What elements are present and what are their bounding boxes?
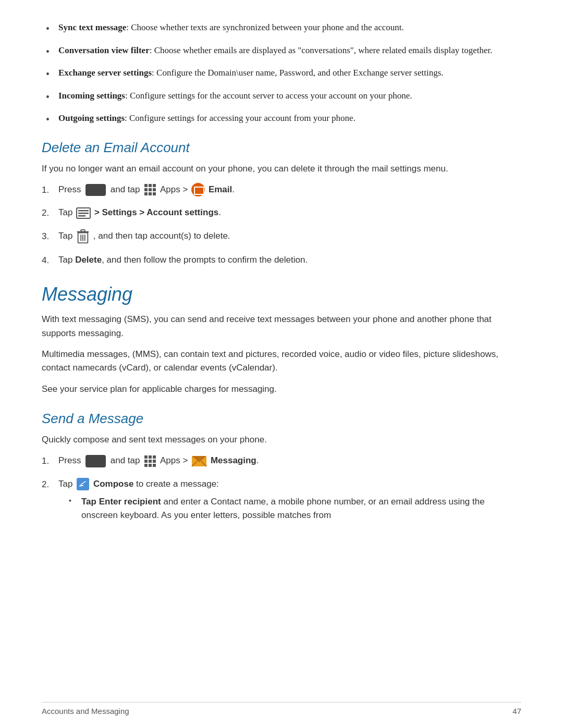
apps-label-2: Apps > bbox=[160, 455, 188, 465]
delete-step-4-content: Tap Delete, and then follow the prompts … bbox=[58, 253, 521, 267]
bullet-item-2: Conversation view filter: Choose whether… bbox=[42, 44, 521, 57]
delete-step-1: 1. Press and tap Apps > bbox=[42, 183, 521, 197]
send-step-2-num: 2. bbox=[42, 477, 58, 491]
delete-step-1-num: 1. bbox=[42, 183, 58, 197]
delete-step-1-content: Press and tap Apps > bbox=[58, 183, 521, 197]
delete-step-4-num: 4. bbox=[42, 253, 58, 267]
svg-rect-24 bbox=[153, 460, 156, 463]
apps-grid-icon-2 bbox=[143, 454, 157, 468]
home-button-icon-1 bbox=[85, 184, 106, 196]
menu-icon bbox=[76, 207, 91, 219]
send-steps-list: 1. Press and tap Apps > bbox=[42, 454, 521, 527]
delete-step-3-num: 3. bbox=[42, 229, 58, 243]
home-button-icon-2 bbox=[85, 455, 106, 467]
delete-section-heading: Delete an Email Account bbox=[42, 140, 521, 156]
compose-svg bbox=[76, 477, 90, 491]
svg-rect-2 bbox=[153, 184, 156, 187]
footer-right: 47 bbox=[512, 707, 521, 715]
bullet-desc-2: : Choose whether emails are displayed as… bbox=[150, 45, 493, 55]
delete-step-2-num: 2. bbox=[42, 206, 58, 220]
delete-step-3-content: Tap , and then tap account(s) to delete. bbox=[58, 229, 521, 244]
messaging-heading: Messaging bbox=[42, 283, 521, 305]
menu-svg bbox=[76, 207, 91, 219]
apps-svg-1 bbox=[143, 183, 157, 196]
send-step-1-content: Press and tap Apps > bbox=[58, 454, 521, 468]
bullet-item-3: Exchange server settings: Configure the … bbox=[42, 66, 521, 80]
messaging-para3: See your service plan for applicable cha… bbox=[42, 382, 521, 396]
svg-rect-11 bbox=[78, 213, 89, 214]
svg-rect-4 bbox=[149, 188, 152, 191]
email-label: Email bbox=[209, 184, 232, 194]
apps-svg-2 bbox=[143, 454, 157, 468]
svg-rect-20 bbox=[149, 455, 152, 459]
svg-rect-15 bbox=[81, 230, 84, 232]
svg-rect-25 bbox=[144, 464, 148, 467]
bullet-desc-1: : Choose whether texts are synchronized … bbox=[126, 22, 404, 32]
bullet-item-4: Incoming settings: Configure settings fo… bbox=[42, 89, 521, 103]
svg-rect-32 bbox=[77, 478, 89, 490]
svg-rect-6 bbox=[144, 192, 148, 195]
msg-svg bbox=[191, 454, 207, 468]
trash-svg bbox=[76, 229, 90, 244]
email-app-icon bbox=[191, 183, 205, 196]
svg-rect-10 bbox=[78, 210, 89, 212]
bullet-desc-3: : Configure the Domain\user name, Passwo… bbox=[152, 68, 443, 78]
page-footer: Accounts and Messaging 47 bbox=[42, 702, 521, 715]
bullet-term-4: Incoming settings bbox=[58, 91, 125, 101]
sub-bullet-1: Tap Enter recipient and enter a Contact … bbox=[69, 495, 521, 522]
bullet-item-1: Sync text message: Choose whether texts … bbox=[42, 21, 521, 34]
messaging-label: Messaging bbox=[211, 455, 256, 465]
delete-step-2-bold: > Settings > Account settings bbox=[94, 207, 218, 217]
delete-step-2: 2. Tap > Settings > Account settings. bbox=[42, 206, 521, 220]
send-step-1-num: 1. bbox=[42, 454, 58, 468]
send-sub-bullets: Tap Enter recipient and enter a Contact … bbox=[69, 495, 521, 522]
send-step-2-after: to create a message: bbox=[136, 479, 219, 489]
send-message-intro: Quickly compose and sent text messages o… bbox=[42, 433, 521, 447]
svg-rect-22 bbox=[144, 460, 148, 463]
sub-bullet-1-bold: Tap Enter recipient bbox=[81, 497, 161, 507]
send-message-heading: Send a Message bbox=[42, 411, 521, 427]
delete-section-intro: If you no longer want an email account o… bbox=[42, 162, 521, 176]
send-step-1: 1. Press and tap Apps > bbox=[42, 454, 521, 468]
messaging-para1: With text messaging (SMS), you can send … bbox=[42, 313, 521, 340]
delete-steps-list: 1. Press and tap Apps > bbox=[42, 183, 521, 267]
send-step-2: 2. Tap Compose to create a message: Tap … bbox=[42, 477, 521, 527]
svg-rect-7 bbox=[149, 192, 152, 195]
delete-step-3: 3. Tap , and then tap account(s) to dele… bbox=[42, 229, 521, 244]
svg-rect-23 bbox=[149, 460, 152, 463]
apps-label-1: Apps > bbox=[160, 184, 188, 194]
svg-rect-3 bbox=[144, 188, 148, 191]
delete-step-4: 4. Tap Delete, and then follow the promp… bbox=[42, 253, 521, 267]
send-step-2-content: Tap Compose to create a message: Tap Ent… bbox=[58, 477, 521, 527]
trash-icon bbox=[76, 229, 90, 244]
bullet-item-5: Outgoing settings: Configure settings fo… bbox=[42, 112, 521, 125]
svg-rect-0 bbox=[144, 184, 148, 187]
messaging-para2: Multimedia messages, (MMS), can contain … bbox=[42, 348, 521, 375]
bullet-term-1: Sync text message bbox=[58, 22, 126, 32]
compose-icon bbox=[76, 477, 90, 491]
bullet-term-3: Exchange server settings bbox=[58, 68, 152, 78]
svg-rect-12 bbox=[78, 215, 85, 217]
bullet-desc-4: : Configure settings for the account ser… bbox=[125, 91, 412, 101]
footer-left: Accounts and Messaging bbox=[42, 707, 129, 715]
bullet-term-5: Outgoing settings bbox=[58, 113, 125, 123]
svg-rect-19 bbox=[144, 455, 148, 459]
bullet-desc-5: : Configure settings for accessing your … bbox=[125, 113, 356, 123]
svg-rect-27 bbox=[153, 464, 156, 467]
delete-step-2-content: Tap > Settings > Account settings. bbox=[58, 206, 521, 219]
svg-rect-1 bbox=[149, 184, 152, 187]
apps-grid-icon-1 bbox=[143, 183, 157, 196]
delete-bold: Delete bbox=[75, 255, 102, 265]
delete-step-4-after: , and then follow the prompts to confirm… bbox=[102, 255, 308, 265]
svg-rect-5 bbox=[153, 188, 156, 191]
top-bullet-list: Sync text message: Choose whether texts … bbox=[42, 21, 521, 125]
svg-rect-8 bbox=[153, 192, 156, 195]
compose-bold: Compose bbox=[93, 479, 133, 489]
bullet-term-2: Conversation view filter bbox=[58, 45, 150, 55]
messaging-app-icon bbox=[191, 454, 207, 468]
svg-rect-21 bbox=[153, 455, 156, 459]
svg-rect-26 bbox=[149, 464, 152, 467]
